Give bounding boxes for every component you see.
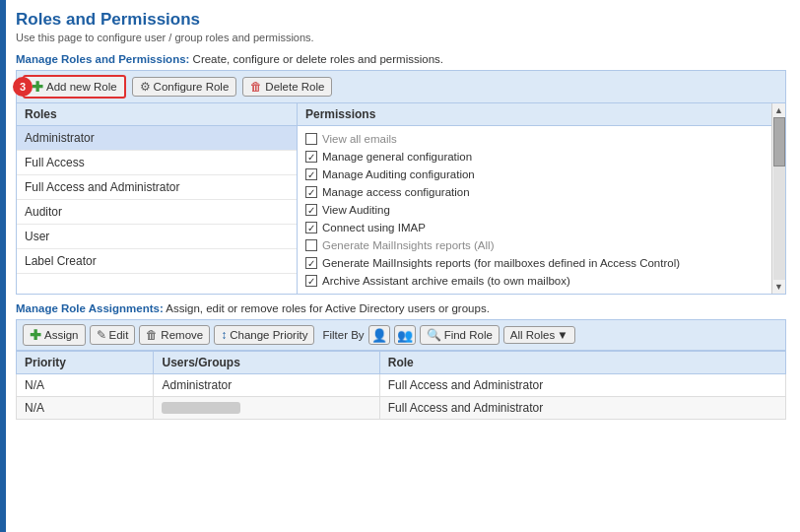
table-row: N/A Administrator Full Access and Admini… [17,374,786,397]
perm-generate-mailinsights-all: Generate MailInsights reports (All) [303,236,779,254]
main-content: Roles and Permissions Use this page to c… [6,0,800,532]
permissions-list: View all emails Manage general configura… [298,126,785,294]
table-header-row: Priority Users/Groups Role [17,352,786,374]
table-row: N/A Full Access and Administrator [17,397,786,420]
role-item-user[interactable]: User [17,225,297,249]
role-item-auditor[interactable]: Auditor [17,200,297,225]
page-header: Roles and Permissions Use this page to c… [16,10,786,43]
role-col-header: Role [379,352,785,374]
scroll-up-arrow[interactable]: ▲ [773,103,785,117]
gear-icon: ⚙ [140,80,151,94]
scroll-down-arrow[interactable]: ▼ [773,280,785,294]
manage-roles-label: Manage Roles and Permissions: Create, co… [16,53,786,65]
permissions-column: Permissions View all emails Manage gener… [298,103,785,294]
all-roles-label: All Roles [510,329,555,341]
role-item-label-creator[interactable]: Label Creator [17,249,297,274]
assign-plus-icon: ✚ [30,327,41,343]
edit-button[interactable]: ✎ Edit [90,325,136,345]
perm-checkbox-archive-assistant[interactable] [305,275,317,287]
blurred-user [162,402,240,414]
perm-checkbox-generate-mailboxes[interactable] [305,257,317,269]
roles-column-header: Roles [17,103,297,126]
perm-view-auditing: View Auditing [303,201,779,219]
page-title: Roles and Permissions [16,10,786,30]
role-item-administrator[interactable]: Administrator [17,126,297,151]
person2-icon: 👥 [397,328,413,343]
remove-button[interactable]: 🗑 Remove [139,325,210,345]
user-cell-1: Administrator [154,374,379,397]
manage-assignments-label: Manage Role Assignments: Assign, edit or… [16,302,786,314]
role-cell-1: Full Access and Administrator [379,374,785,397]
add-new-role-label: Add new Role [46,81,117,93]
assign-label: Assign [44,329,79,341]
delete-role-button[interactable]: 🗑 Delete Role [242,77,332,97]
assignments-table-body: N/A Administrator Full Access and Admini… [17,374,786,420]
find-role-label: Find Role [444,329,493,341]
find-role-button[interactable]: 🔍 Find Role [420,325,500,345]
roles-column: Roles Administrator Full Access Full Acc… [17,103,298,294]
perm-archive-assistant: Archive Assistant archive emails (to own… [303,272,779,290]
perm-checkbox-view-all-emails[interactable] [305,133,317,145]
perm-checkbox-manage-general[interactable] [305,151,317,163]
scroll-thumb [773,117,785,166]
delete-role-label: Delete Role [265,81,324,93]
search-icon: 🔍 [427,328,441,342]
priority-icon: ↕ [221,328,227,342]
assignments-table: Priority Users/Groups Role N/A Administr… [16,351,786,420]
dropdown-icon: ▼ [557,329,567,341]
change-priority-label: Change Priority [230,329,307,341]
page-subtitle: Use this page to configure user / group … [16,32,786,43]
add-role-wrapper: 3 ✚ Add new Role [23,75,126,99]
users-groups-col-header: Users/Groups [154,352,379,374]
perm-generate-mailinsights-mailboxes: Generate MailInsights reports (for mailb… [303,254,779,272]
roles-list: Administrator Full Access Full Access an… [17,126,297,274]
configure-role-button[interactable]: ⚙ Configure Role [132,77,237,97]
assignments-section: Manage Role Assignments: Assign, edit or… [16,302,786,420]
change-priority-button[interactable]: ↕ Change Priority [214,325,314,345]
remove-label: Remove [161,329,203,341]
perm-manage-general-config: Manage general configuration [303,148,779,166]
perm-view-all-emails: View all emails [303,130,779,148]
user-cell-2 [154,397,379,420]
priority-cell-2: N/A [17,397,154,420]
permissions-column-header: Permissions [298,103,785,126]
assign-button[interactable]: ✚ Assign [23,324,86,346]
plus-icon: ✚ [32,79,43,95]
priority-cell-1: N/A [17,374,154,397]
filter-icon-2[interactable]: 👥 [394,325,416,345]
role-item-full-access-administrator[interactable]: Full Access and Administrator [17,175,297,200]
filter-icon-1[interactable]: 👤 [368,325,390,345]
all-roles-button[interactable]: All Roles ▼ [503,326,575,344]
perm-checkbox-manage-auditing[interactable] [305,168,317,180]
add-new-role-button[interactable]: ✚ Add new Role [23,75,126,99]
page-wrapper: Roles and Permissions Use this page to c… [0,0,800,532]
perm-checkbox-connect-imap[interactable] [305,222,317,233]
step-badge: 3 [13,77,33,97]
filter-by-label: Filter By [322,329,364,341]
edit-label: Edit [109,329,129,341]
assignments-toolbar: ✚ Assign ✎ Edit 🗑 Remove ↕ Change Priori… [16,319,786,351]
role-cell-2: Full Access and Administrator [379,397,785,420]
roles-toolbar: 3 ✚ Add new Role ⚙ Configure Role 🗑 Dele… [16,70,786,103]
perm-manage-auditing-config: Manage Auditing configuration [303,166,779,183]
perm-checkbox-manage-access[interactable] [305,186,317,198]
perm-checkbox-generate-all[interactable] [305,239,317,251]
role-item-full-access[interactable]: Full Access [17,151,297,175]
permissions-scrollbar[interactable]: ▲ ▼ [771,103,785,294]
perm-manage-access-config: Manage access configuration [303,183,779,201]
roles-permissions-panel: Roles Administrator Full Access Full Acc… [16,103,786,295]
priority-col-header: Priority [17,352,154,374]
perm-connect-imap: Connect using IMAP [303,219,779,236]
scroll-track [773,117,785,280]
person1-icon: 👤 [371,328,387,343]
delete-icon: 🗑 [250,80,262,94]
configure-role-label: Configure Role [154,81,230,93]
perm-checkbox-view-auditing[interactable] [305,204,317,216]
edit-icon: ✎ [97,328,106,342]
remove-icon: 🗑 [146,328,158,342]
